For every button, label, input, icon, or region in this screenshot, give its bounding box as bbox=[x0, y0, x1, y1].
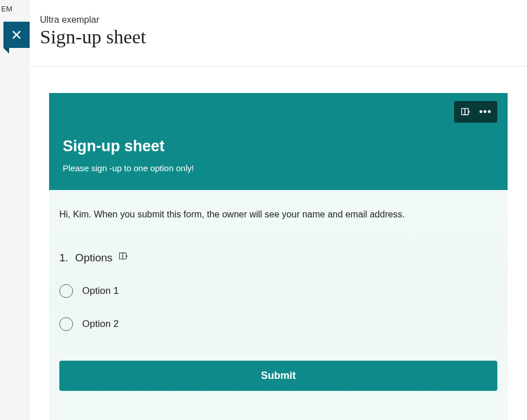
more-options-button[interactable]: ••• bbox=[476, 103, 495, 120]
question-reader-button[interactable] bbox=[118, 251, 129, 265]
close-button[interactable] bbox=[3, 22, 30, 48]
main-panel: Ultra exemplar Sign-up sheet bbox=[30, 0, 527, 420]
immersive-reader-icon bbox=[460, 106, 472, 118]
question-title: 1. Options bbox=[59, 251, 497, 265]
question-number: 1. bbox=[59, 252, 68, 264]
option-label: Option 1 bbox=[82, 285, 119, 297]
form-title: Sign-up sheet bbox=[63, 138, 494, 155]
option-row[interactable]: Option 1 bbox=[59, 284, 497, 298]
question-label: Options bbox=[75, 252, 112, 264]
submit-button[interactable]: Submit bbox=[59, 361, 497, 391]
form-toolbar: ••• bbox=[454, 101, 497, 123]
close-icon bbox=[10, 29, 23, 41]
ellipsis-icon: ••• bbox=[479, 107, 492, 117]
form-hero: ••• Sign-up sheet Please sign -up to one… bbox=[49, 93, 508, 190]
panel-body: ••• Sign-up sheet Please sign -up to one… bbox=[30, 67, 527, 420]
form-scroll[interactable]: ••• Sign-up sheet Please sign -up to one… bbox=[49, 93, 508, 420]
immersive-reader-button[interactable] bbox=[456, 103, 476, 120]
radio-option-2[interactable] bbox=[59, 317, 73, 331]
form-subtitle: Please sign -up to one option only! bbox=[63, 163, 494, 173]
immersive-reader-icon bbox=[118, 251, 129, 262]
form-intro-text: Hi, Kim. When you submit this form, the … bbox=[59, 209, 497, 220]
breadcrumb: Ultra exemplar bbox=[40, 15, 517, 25]
form-body: Hi, Kim. When you submit this form, the … bbox=[49, 190, 508, 405]
panel-header: Ultra exemplar Sign-up sheet bbox=[30, 0, 527, 67]
page-title: Sign-up sheet bbox=[40, 26, 517, 48]
radio-option-1[interactable] bbox=[59, 284, 73, 298]
embedded-form: ••• Sign-up sheet Please sign -up to one… bbox=[49, 93, 508, 420]
background-panel: EM bbox=[0, 0, 30, 420]
option-row[interactable]: Option 2 bbox=[59, 317, 497, 331]
option-label: Option 2 bbox=[82, 318, 119, 330]
